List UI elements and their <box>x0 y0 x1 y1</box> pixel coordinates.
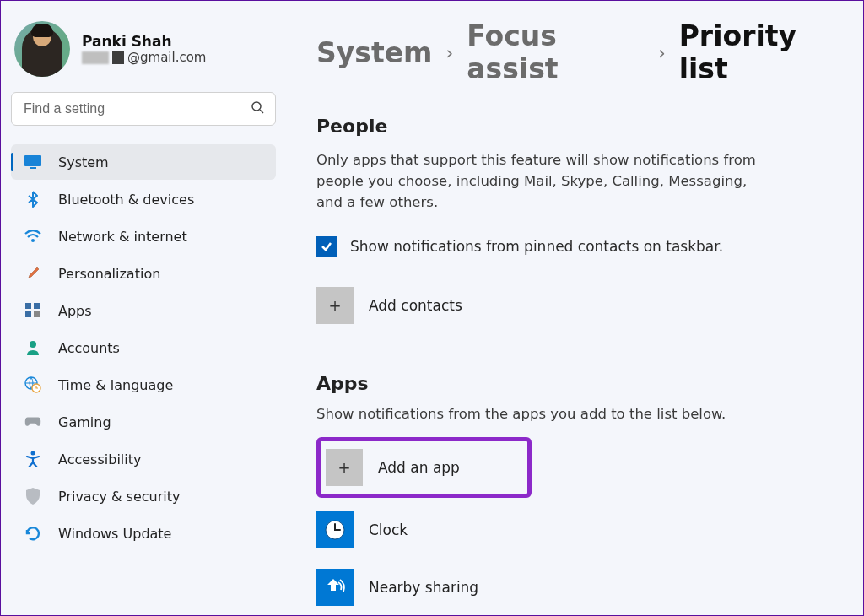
globe-clock-icon <box>24 376 41 393</box>
app-label: Clock <box>369 521 408 538</box>
svg-rect-7 <box>25 311 31 317</box>
svg-rect-3 <box>30 167 36 169</box>
chevron-right-icon: › <box>446 42 453 63</box>
svg-point-4 <box>31 239 35 242</box>
svg-rect-5 <box>25 303 31 309</box>
nav-label: System <box>58 154 109 170</box>
nav-label: Apps <box>58 303 92 319</box>
checkbox-label: Show notifications from pinned contacts … <box>350 238 723 255</box>
nav-personalization[interactable]: Personalization <box>11 256 276 291</box>
search-input[interactable] <box>11 92 276 126</box>
nav-label: Personalization <box>58 266 160 282</box>
app-label: Nearby sharing <box>369 579 478 596</box>
clock-icon <box>316 511 354 548</box>
nav: System Bluetooth & devices Network & int… <box>8 144 279 551</box>
avatar <box>14 21 70 77</box>
app-list-item-clock[interactable]: Clock <box>316 505 843 555</box>
nav-accounts[interactable]: Accounts <box>11 330 276 365</box>
nav-label: Gaming <box>58 414 111 430</box>
breadcrumb: System › Focus assist › Priority list <box>316 19 843 85</box>
gamepad-icon <box>24 413 41 430</box>
display-icon <box>24 154 41 170</box>
plus-icon: ＋ <box>316 287 354 324</box>
person-icon <box>24 339 41 356</box>
svg-rect-2 <box>24 155 41 166</box>
nav-label: Accessibility <box>58 451 141 467</box>
main-content: System › Focus assist › Priority list Pe… <box>288 1 863 615</box>
nav-network[interactable]: Network & internet <box>11 219 276 254</box>
plus-icon: ＋ <box>326 449 363 486</box>
nav-bluetooth[interactable]: Bluetooth & devices <box>11 181 276 217</box>
chevron-right-icon: › <box>658 42 666 63</box>
nav-label: Windows Update <box>58 526 171 542</box>
breadcrumb-current: Priority list <box>679 19 843 85</box>
nav-label: Accounts <box>58 340 120 356</box>
bluetooth-icon <box>24 191 41 208</box>
nav-time[interactable]: Time & language <box>11 367 276 403</box>
shield-icon <box>24 488 41 505</box>
nav-system[interactable]: System <box>11 144 276 180</box>
people-heading: People <box>316 116 843 137</box>
nav-accessibility[interactable]: Accessibility <box>11 441 276 477</box>
checkbox-checked-icon[interactable] <box>316 236 337 257</box>
nav-update[interactable]: Windows Update <box>11 516 276 551</box>
search-icon <box>251 100 264 117</box>
svg-point-0 <box>252 102 261 111</box>
nav-privacy[interactable]: Privacy & security <box>11 478 276 514</box>
breadcrumb-mid[interactable]: Focus assist <box>467 19 645 85</box>
app-list-item-nearby-sharing[interactable]: Nearby sharing <box>316 562 843 613</box>
add-contacts-button[interactable]: ＋ Add contacts <box>316 280 843 331</box>
apps-description: Show notifications from the apps you add… <box>316 404 772 425</box>
profile-name: Panki Shah <box>82 33 206 50</box>
add-app-button[interactable]: ＋ Add an app <box>316 437 532 498</box>
nav-label: Bluetooth & devices <box>58 192 194 208</box>
apps-heading: Apps <box>316 373 843 394</box>
nav-gaming[interactable]: Gaming <box>11 404 276 440</box>
apps-icon <box>24 302 41 319</box>
svg-point-12 <box>31 451 35 456</box>
nav-label: Network & internet <box>58 229 187 245</box>
svg-line-1 <box>260 110 263 113</box>
accessibility-icon <box>24 451 41 467</box>
brush-icon <box>24 265 41 282</box>
breadcrumb-root[interactable]: System <box>316 36 432 69</box>
search-field[interactable] <box>11 92 276 126</box>
nav-apps[interactable]: Apps <box>11 293 276 328</box>
svg-rect-8 <box>34 311 40 317</box>
profile-block[interactable]: Panki Shah @gmail.com <box>8 13 279 92</box>
profile-email: @gmail.com <box>82 50 206 65</box>
pinned-contacts-checkbox-row[interactable]: Show notifications from pinned contacts … <box>316 236 843 257</box>
share-icon <box>316 569 354 606</box>
people-description: Only apps that support this feature will… <box>316 150 772 213</box>
svg-rect-6 <box>34 303 40 309</box>
wifi-icon <box>24 228 41 245</box>
nav-label: Time & language <box>58 377 173 393</box>
sidebar: Panki Shah @gmail.com System <box>1 1 288 615</box>
update-icon <box>24 525 41 542</box>
nav-label: Privacy & security <box>58 489 180 505</box>
svg-point-9 <box>30 341 36 348</box>
